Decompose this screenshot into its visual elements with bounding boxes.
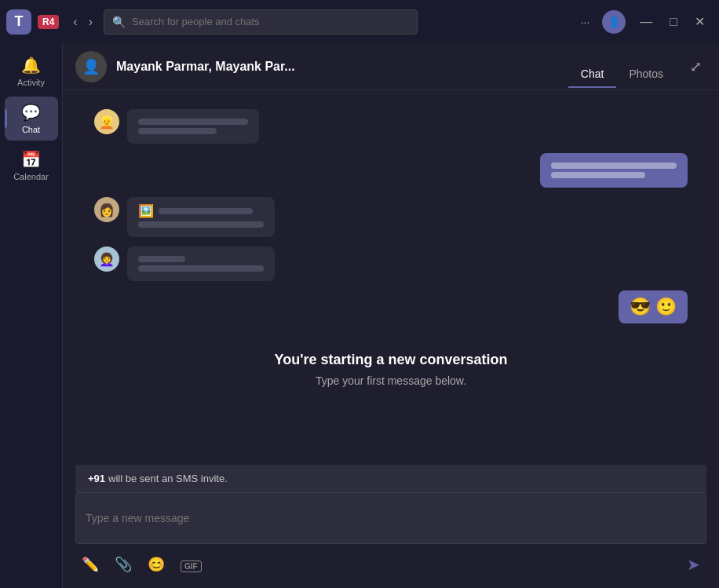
avatar[interactable]: 👤 bbox=[602, 10, 626, 34]
sidebar-item-activity[interactable]: 🔔 Activity bbox=[5, 49, 58, 93]
edit-button[interactable]: ✏️ bbox=[75, 551, 105, 578]
conversation-starter: You're starting a new conversation Type … bbox=[94, 333, 688, 400]
chat-header: 👤 Mayank Parmar, Mayank Par... Chat Phot… bbox=[63, 43, 719, 90]
contact-name: Mayank Parmar, Mayank Par... bbox=[116, 60, 546, 74]
window-controls: — □ ✕ bbox=[632, 11, 713, 32]
minimize-button[interactable]: — bbox=[632, 11, 660, 32]
title-bar: T R4 ‹ › 🔍 ··· 👤 — □ ✕ bbox=[0, 0, 719, 43]
input-box bbox=[75, 492, 706, 544]
user-badge: R4 bbox=[38, 15, 59, 29]
avatar: 👱 bbox=[94, 109, 119, 134]
search-icon: 🔍 bbox=[112, 16, 126, 28]
maximize-button[interactable]: □ bbox=[662, 11, 685, 32]
active-indicator bbox=[5, 109, 7, 128]
sms-notice-text: will be sent an SMS invite. bbox=[108, 473, 228, 484]
messages-area[interactable]: 👱 👩 🖼️ bbox=[63, 90, 719, 465]
avatar: 👩‍🦱 bbox=[94, 247, 119, 272]
conversation-title: You're starting a new conversation bbox=[94, 352, 688, 368]
back-button[interactable]: ‹ bbox=[68, 12, 82, 32]
msg-line bbox=[551, 163, 677, 169]
table-row: 👩‍🦱 bbox=[94, 247, 688, 281]
activity-icon: 🔔 bbox=[21, 56, 41, 75]
table-row: 😎 🙂 bbox=[94, 290, 688, 323]
list-item bbox=[127, 109, 259, 144]
close-button[interactable]: ✕ bbox=[687, 11, 713, 32]
sms-notice: +91 will be sent an SMS invite. bbox=[75, 465, 706, 492]
content-area: 👤 Mayank Parmar, Mayank Par... Chat Phot… bbox=[63, 43, 719, 588]
toolbar-row: ✏️ 📎 😊 GIF ➤ bbox=[63, 544, 719, 588]
msg-line bbox=[138, 256, 185, 262]
conversation-subtitle: Type your first message below. bbox=[94, 374, 688, 387]
forward-button[interactable]: › bbox=[84, 12, 97, 32]
tab-photos[interactable]: Photos bbox=[616, 61, 676, 88]
title-actions: ··· 👤 — □ ✕ bbox=[575, 10, 713, 34]
send-button[interactable]: ➤ bbox=[681, 550, 706, 579]
contact-avatar: 👤 bbox=[75, 51, 107, 82]
sms-number: +91 bbox=[88, 473, 105, 484]
sidebar-item-chat[interactable]: 💬 Chat bbox=[5, 97, 58, 141]
chat-tabs: Chat Photos bbox=[568, 53, 676, 80]
sidebar: 🔔 Activity 💬 Chat 📅 Calendar bbox=[0, 43, 63, 588]
sidebar-item-calendar[interactable]: 📅 Calendar bbox=[5, 144, 58, 188]
calendar-icon: 📅 bbox=[21, 150, 41, 169]
attach-button[interactable]: 📎 bbox=[108, 551, 138, 578]
search-bar[interactable]: 🔍 bbox=[104, 9, 418, 35]
table-row: 👩 🖼️ bbox=[94, 197, 688, 237]
list-item bbox=[540, 153, 688, 188]
table-row bbox=[94, 153, 688, 188]
message-input-row bbox=[86, 499, 696, 537]
emoji-button[interactable]: 😊 bbox=[141, 551, 171, 578]
chat-icon: 💬 bbox=[21, 103, 41, 122]
nav-arrows: ‹ › bbox=[68, 12, 97, 32]
sidebar-item-activity-label: Activity bbox=[17, 78, 45, 87]
msg-line bbox=[138, 265, 264, 272]
sidebar-item-calendar-label: Calendar bbox=[13, 172, 49, 181]
msg-line bbox=[138, 119, 248, 125]
list-item bbox=[127, 247, 275, 281]
attachment-icon: 🖼️ bbox=[138, 203, 154, 218]
msg-line bbox=[138, 128, 217, 134]
msg-line bbox=[551, 172, 645, 178]
expand-chat-button[interactable]: ⤢ bbox=[685, 53, 706, 80]
list-item: 🖼️ bbox=[127, 197, 275, 237]
tab-chat[interactable]: Chat bbox=[568, 61, 617, 88]
msg-line bbox=[138, 221, 264, 228]
message-input[interactable] bbox=[86, 512, 696, 524]
search-input[interactable] bbox=[132, 16, 409, 27]
more-options-button[interactable]: ··· bbox=[575, 13, 597, 31]
table-row: 👱 bbox=[94, 109, 688, 144]
app-body: 🔔 Activity 💬 Chat 📅 Calendar 👤 Mayank Pa… bbox=[0, 43, 719, 588]
sidebar-item-chat-label: Chat bbox=[22, 125, 40, 134]
teams-logo: T bbox=[6, 9, 31, 35]
msg-line bbox=[159, 208, 253, 214]
gif-badge: GIF bbox=[181, 561, 202, 572]
list-item: 😎 🙂 bbox=[619, 290, 688, 323]
avatar: 👩 bbox=[94, 197, 119, 222]
gif-button[interactable]: GIF bbox=[174, 552, 208, 578]
